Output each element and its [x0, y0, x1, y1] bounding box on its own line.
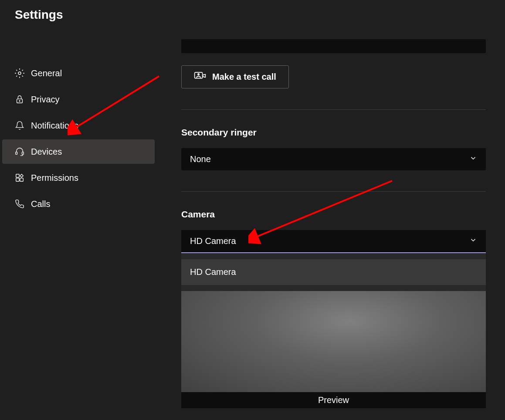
sidebar-item-label: General — [31, 68, 62, 78]
sidebar-item-calls[interactable]: Calls — [2, 192, 155, 216]
dropdown-value: HD Camera — [190, 236, 236, 246]
lock-icon — [14, 94, 25, 105]
bell-icon — [14, 120, 25, 131]
settings-sidebar: General Privacy Notifications — [0, 22, 157, 420]
sidebar-item-permissions[interactable]: Permissions — [2, 166, 155, 190]
sidebar-item-label: Calls — [31, 199, 50, 209]
sidebar-item-privacy[interactable]: Privacy — [2, 87, 155, 112]
page-title: Settings — [0, 0, 505, 22]
camera-dropdown-panel: HD Camera — [181, 253, 486, 291]
phone-icon — [14, 199, 25, 209]
camera-option[interactable]: HD Camera — [181, 259, 486, 285]
secondary-ринger-label: Secondary ringer — [181, 127, 486, 138]
svg-rect-6 — [16, 178, 19, 181]
preview-label-bar: Preview — [181, 392, 486, 408]
sidebar-item-label: Notifications — [31, 121, 78, 131]
svg-rect-7 — [20, 178, 23, 181]
camera-dropdown[interactable]: HD Camera — [181, 230, 486, 253]
chevron-down-icon — [469, 154, 477, 164]
apps-icon — [14, 173, 25, 183]
button-label: Make a test call — [212, 72, 276, 82]
section-divider — [181, 109, 486, 110]
video-call-icon — [194, 72, 206, 82]
headset-icon — [14, 146, 25, 157]
dropdown-value: None — [190, 154, 211, 164]
gear-icon — [14, 68, 25, 78]
sidebar-item-label: Privacy — [31, 95, 60, 105]
make-test-call-button[interactable]: Make a test call — [181, 65, 289, 88]
sidebar-item-label: Permissions — [31, 173, 78, 183]
chevron-down-icon — [469, 236, 477, 246]
sidebar-item-label: Devices — [31, 147, 62, 157]
content-area: Make a test call Secondary ringer None C… — [157, 22, 505, 420]
secondary-ringer-dropdown[interactable]: None — [181, 148, 486, 170]
svg-rect-5 — [16, 174, 19, 177]
sidebar-item-devices[interactable]: Devices — [2, 139, 155, 164]
camera-preview — [181, 291, 486, 392]
layout-container: General Privacy Notifications — [0, 22, 505, 420]
svg-rect-4 — [22, 152, 24, 155]
svg-point-0 — [18, 72, 21, 75]
svg-point-9 — [198, 74, 199, 75]
obscured-dropdown[interactable] — [181, 39, 486, 53]
svg-point-2 — [19, 101, 20, 102]
svg-rect-3 — [16, 152, 17, 155]
section-divider — [181, 191, 486, 192]
camera-label: Camera — [181, 209, 486, 220]
sidebar-item-notifications[interactable]: Notifications — [2, 113, 155, 138]
preview-label: Preview — [318, 395, 349, 405]
sidebar-item-general[interactable]: General — [2, 61, 155, 85]
